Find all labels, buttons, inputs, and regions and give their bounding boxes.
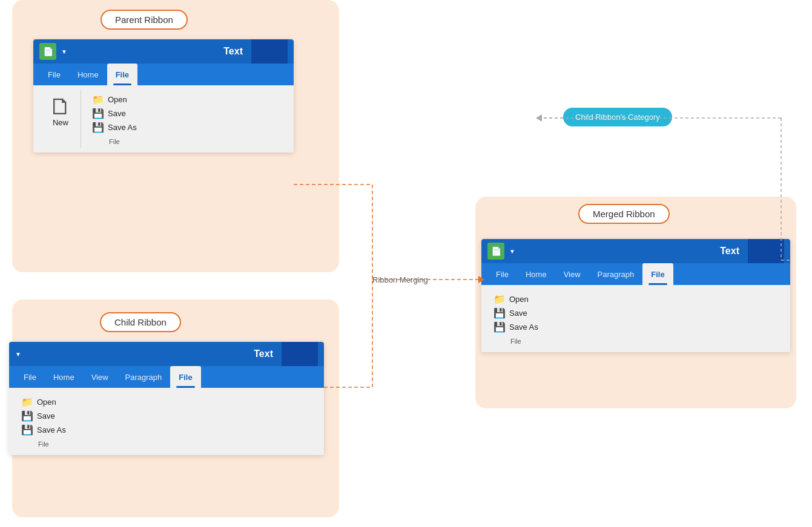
child-saveas-icon: 💾 xyxy=(21,424,33,436)
merged-app-icon: 📄 xyxy=(487,243,504,260)
child-category-bubble: Child Ribbon's Category xyxy=(563,108,672,126)
merged-saveas-item[interactable]: 💾 Save As xyxy=(491,320,541,334)
child-tab-paragraph[interactable]: Paragraph xyxy=(117,366,171,388)
parent-titlebar-right xyxy=(251,39,288,64)
child-open-icon: 📁 xyxy=(21,396,33,408)
merged-ribbon-box: 📄 ▼ Text File Home View Paragraph File 📁… xyxy=(481,239,790,352)
child-ribbon-label: Child Ribbon xyxy=(100,312,181,332)
parent-ribbon-label: Parent Ribbon xyxy=(101,10,188,30)
parent-content: 🗋 New 📁 Open 💾 Save 💾 Save As File xyxy=(33,85,294,152)
parent-open-icon: 📁 xyxy=(92,94,104,105)
parent-dropdown-arrow[interactable]: ▼ xyxy=(61,48,67,55)
parent-label-text: Parent Ribbon xyxy=(115,15,173,25)
parent-ribbon-box: 📄 ▼ Text File Home File 🗋 New 📁 Open 💾 S… xyxy=(33,39,294,152)
child-titlebar-right xyxy=(282,342,318,366)
merged-open-item[interactable]: 📁 Open xyxy=(491,292,531,306)
merged-titlebar: 📄 ▼ Text xyxy=(481,239,790,263)
parent-section-label: File xyxy=(109,134,120,145)
child-tab-file1[interactable]: File xyxy=(15,366,45,388)
merged-label-text: Merged Ribbon xyxy=(593,209,655,219)
parent-new-button[interactable]: 🗋 New xyxy=(41,90,81,148)
parent-new-label: New xyxy=(53,118,68,127)
parent-title: Text xyxy=(223,46,249,57)
child-tabs: File Home View Paragraph File xyxy=(9,366,324,388)
merged-section-label: File xyxy=(510,334,521,345)
merged-save-icon: 💾 xyxy=(493,307,506,319)
merged-dropdown-arrow[interactable]: ▼ xyxy=(509,248,515,255)
merged-titlebar-right xyxy=(748,239,784,263)
merged-save-item[interactable]: 💾 Save xyxy=(491,306,530,320)
child-open-item[interactable]: 📁 Open xyxy=(19,395,59,409)
parent-saveas-label: Save As xyxy=(108,123,137,132)
parent-app-icon: 📄 xyxy=(39,43,56,60)
merged-open-icon: 📁 xyxy=(493,293,506,305)
parent-file-section: 📁 Open 💾 Save 💾 Save As File xyxy=(87,90,147,148)
ribbon-merging-label: Ribbon Merging xyxy=(372,275,428,284)
parent-saveas-icon: 💾 xyxy=(92,122,104,133)
svg-marker-7 xyxy=(536,114,542,122)
child-saveas-item[interactable]: 💾 Save As xyxy=(19,423,68,437)
merged-tab-paragraph[interactable]: Paragraph xyxy=(589,263,643,285)
parent-tabs: File Home File xyxy=(33,64,294,85)
parent-save-icon: 💾 xyxy=(92,108,104,119)
parent-titlebar: 📄 ▼ Text xyxy=(33,39,294,64)
merged-ribbon-label: Merged Ribbon xyxy=(578,204,670,224)
child-label-text: Child Ribbon xyxy=(114,317,167,327)
child-content: 📁 Open 💾 Save 💾 Save As File xyxy=(9,388,324,455)
child-file-section: 📁 Open 💾 Save 💾 Save As File xyxy=(16,393,76,450)
merged-title: Text xyxy=(720,246,745,257)
parent-tab-file1[interactable]: File xyxy=(39,64,69,85)
child-save-icon: 💾 xyxy=(21,410,33,422)
parent-tab-file-active[interactable]: File xyxy=(107,64,137,85)
merged-file-section: 📁 Open 💾 Save 💾 Save As File xyxy=(489,290,548,347)
child-title: Text xyxy=(254,349,279,359)
merged-saveas-icon: 💾 xyxy=(493,321,506,333)
child-save-item[interactable]: 💾 Save xyxy=(19,409,58,423)
merged-tab-view[interactable]: View xyxy=(555,263,589,285)
child-titlebar: ▼ Text xyxy=(9,342,324,366)
merged-tabs: File Home View Paragraph File xyxy=(481,263,790,285)
child-dropdown-arrow[interactable]: ▼ xyxy=(15,351,21,358)
merged-content: 📁 Open 💾 Save 💾 Save As File xyxy=(481,285,790,352)
parent-new-icon: 🗋 xyxy=(49,95,72,118)
child-tab-file-active[interactable]: File xyxy=(170,366,200,388)
child-section-label: File xyxy=(38,437,49,448)
child-ribbon-box: ▼ Text File Home View Paragraph File 📁 O… xyxy=(9,342,324,455)
merged-tab-home[interactable]: Home xyxy=(517,263,555,285)
parent-saveas-item[interactable]: 💾 Save As xyxy=(90,120,139,134)
parent-save-item[interactable]: 💾 Save xyxy=(90,106,128,120)
child-tab-home[interactable]: Home xyxy=(45,366,83,388)
parent-tab-home[interactable]: Home xyxy=(69,64,107,85)
parent-open-item[interactable]: 📁 Open xyxy=(90,93,130,106)
child-tab-view[interactable]: View xyxy=(83,366,117,388)
merged-tab-file1[interactable]: File xyxy=(487,263,517,285)
merged-tab-file-active[interactable]: File xyxy=(642,263,673,285)
